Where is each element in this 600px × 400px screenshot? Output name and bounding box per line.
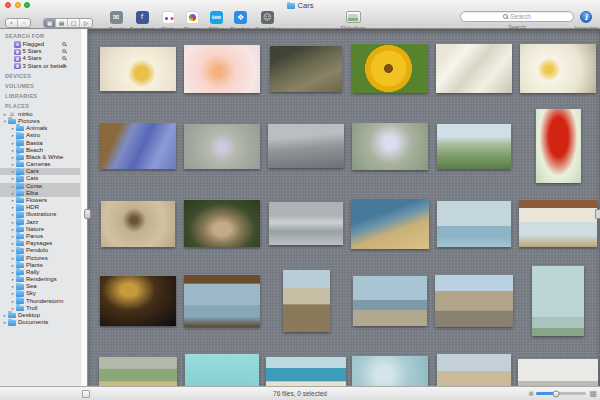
photo-thumbnail[interactable] xyxy=(184,275,260,327)
sidebar-item-bastia[interactable]: ▸Bastia xyxy=(0,140,80,147)
slideshow-button[interactable] xyxy=(346,11,361,23)
window-title-text: Cars xyxy=(298,1,314,10)
sidebar-item-beach[interactable]: ▸Beach xyxy=(0,147,80,154)
folder-icon xyxy=(16,298,24,304)
photo-thumbnail[interactable] xyxy=(435,275,513,327)
sidebar-item-rally[interactable]: ▸Rally xyxy=(0,269,80,276)
photo-cell xyxy=(432,201,516,247)
photo-thumbnail[interactable] xyxy=(283,270,330,332)
sidebar-item-4-stars[interactable]: 4 Stars xyxy=(0,55,80,62)
layout-thumbnails-button[interactable]: ▦ xyxy=(44,19,56,27)
sidebar-item-flagged[interactable]: Flagged xyxy=(0,41,80,48)
sidebar-item-black-white[interactable]: ▸Black & White xyxy=(0,154,80,161)
photo-thumbnail[interactable] xyxy=(519,200,597,247)
photo-thumbnail[interactable] xyxy=(269,202,343,245)
sidebar-scrollbar[interactable] xyxy=(80,29,87,386)
photo-cell xyxy=(264,202,348,245)
layout-control: ▦▤□▷ xyxy=(43,18,93,28)
sidebar-item-flowers[interactable]: ▸Flowers xyxy=(0,197,80,204)
photo-thumbnail[interactable] xyxy=(101,201,175,247)
photo-cell xyxy=(432,354,516,386)
sidebar-item-elba[interactable]: ▸Elba xyxy=(0,190,80,197)
photo-thumbnail[interactable] xyxy=(100,123,176,169)
sidebar-item-illustrations[interactable]: ▸Illustrations xyxy=(0,211,80,218)
thumbnail-size-slider[interactable] xyxy=(536,392,586,395)
sidebar-item-paysages[interactable]: ▸Paysages xyxy=(0,240,80,247)
sidebar-item-hdr[interactable]: ▸HDR xyxy=(0,204,80,211)
photo-thumbnail[interactable] xyxy=(436,44,512,93)
photo-thumbnail[interactable] xyxy=(536,109,581,183)
sidebar-item-renderings[interactable]: ▸Renderings xyxy=(0,276,80,283)
photo-thumbnail[interactable] xyxy=(99,357,177,386)
photo-thumbnail[interactable] xyxy=(184,45,260,93)
sidebar-item-mirko[interactable]: ▸⌂mirko xyxy=(0,111,80,118)
sidebar-item-cameras[interactable]: ▸Cameras xyxy=(0,161,80,168)
photo-thumbnail[interactable] xyxy=(532,266,584,336)
sidebar-section-places: PLACES xyxy=(0,103,80,110)
sidebar-item-cars[interactable]: ▸Cars xyxy=(0,168,80,175)
sidebar-item-label: Pendolo xyxy=(26,247,48,254)
photo-cell xyxy=(264,124,348,168)
photo-thumbnail[interactable] xyxy=(184,124,260,169)
search-input[interactable]: Search xyxy=(460,11,574,22)
splitter-grip[interactable] xyxy=(84,209,91,219)
forward-button[interactable]: › xyxy=(18,19,30,27)
sidebar-item-jazz[interactable]: ▸Jazz xyxy=(0,219,80,226)
folder-icon xyxy=(16,284,24,290)
photo-thumbnail[interactable] xyxy=(268,124,344,168)
sidebar-item-5-stars[interactable]: 5 Stars xyxy=(0,48,80,55)
back-button[interactable]: ‹ xyxy=(6,19,18,27)
photo-cell xyxy=(264,357,348,386)
photo-thumbnail[interactable] xyxy=(100,47,176,91)
close-window-button[interactable] xyxy=(5,2,11,8)
saved-search-icon[interactable] xyxy=(62,64,66,68)
saved-search-icon[interactable] xyxy=(62,49,66,53)
sidebar-resize-grip[interactable] xyxy=(82,390,90,398)
photo-cell xyxy=(348,356,432,386)
saved-search-icon[interactable] xyxy=(62,42,66,46)
photo-thumbnail[interactable] xyxy=(518,359,598,386)
photo-thumbnail[interactable] xyxy=(352,44,428,93)
sidebar-item-sea[interactable]: ▸Sea xyxy=(0,283,80,290)
minimize-window-button[interactable] xyxy=(15,2,21,8)
photo-thumbnail[interactable] xyxy=(351,199,429,249)
photo-thumbnail[interactable] xyxy=(352,123,428,170)
sidebar-item-sky[interactable]: ▸Sky xyxy=(0,290,80,297)
zoom-window-button[interactable] xyxy=(24,2,30,8)
sidebar-item-panos[interactable]: ▸Panos xyxy=(0,233,80,240)
photo-thumbnail[interactable] xyxy=(352,356,428,386)
layout-single-button[interactable]: □ xyxy=(68,19,80,27)
photo-thumbnail[interactable] xyxy=(353,276,427,326)
sidebar-item-3-stars-or-better[interactable]: 3 Stars or better xyxy=(0,63,80,70)
sidebar-item-desktop[interactable]: ▸Desktop xyxy=(0,312,80,319)
photo-thumbnail[interactable] xyxy=(520,44,596,93)
sidebar-item-pictures[interactable]: ▾Pictures xyxy=(0,118,80,125)
sidebar-item-label: Paysages xyxy=(26,240,52,247)
saved-search-icon[interactable] xyxy=(62,56,66,60)
photo-thumbnail[interactable] xyxy=(437,124,511,169)
photo-thumbnail[interactable] xyxy=(437,354,511,386)
sidebar-item-documents[interactable]: ▸Documents xyxy=(0,319,80,326)
photo-thumbnail[interactable] xyxy=(266,357,346,386)
sidebar-item-pendolo[interactable]: ▸Pendolo xyxy=(0,247,80,254)
layout-browser-button[interactable]: ▤ xyxy=(56,19,68,27)
sidebar-item-corse[interactable]: ▸Corse xyxy=(0,183,80,190)
sidebar-item-nature[interactable]: ▸Nature xyxy=(0,226,80,233)
layout-presentation-button[interactable]: ▷ xyxy=(80,19,92,27)
photo-thumbnail[interactable] xyxy=(437,201,511,247)
sidebar-item-cats[interactable]: ▸Cats xyxy=(0,175,80,182)
slider-thumb[interactable] xyxy=(553,390,560,397)
photo-thumbnail[interactable] xyxy=(185,354,259,386)
sidebar-item-animals[interactable]: ▸Animals xyxy=(0,125,80,132)
photo-thumbnail[interactable] xyxy=(184,200,260,247)
sidebar-item-plants[interactable]: ▸Plants xyxy=(0,262,80,269)
inspector-button[interactable]: i xyxy=(580,11,592,23)
photo-thumbnail[interactable] xyxy=(100,276,176,326)
sidebar-item-thunderstorm[interactable]: ▸Thunderstorm xyxy=(0,298,80,305)
sidebar-item-pictures[interactable]: ▸Pictures xyxy=(0,255,80,262)
sidebar-item-label: Astro xyxy=(26,132,40,139)
sidebar-item-astro[interactable]: ▸Astro xyxy=(0,132,80,139)
photo-thumbnail[interactable] xyxy=(270,46,342,92)
sidebar-item-troll[interactable]: ▸Troll xyxy=(0,305,80,312)
right-pane-grip[interactable] xyxy=(595,209,600,219)
